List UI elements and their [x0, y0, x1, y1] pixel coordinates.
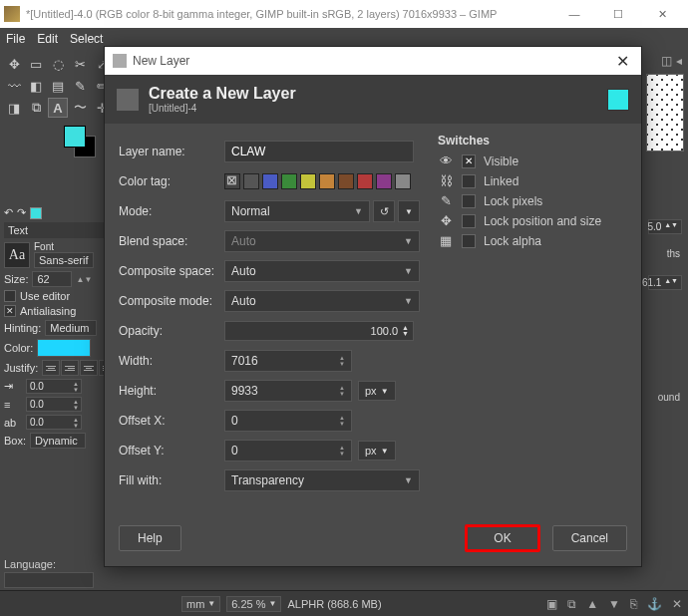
- redo-icon[interactable]: ↷: [17, 206, 26, 219]
- crop-tool[interactable]: ✂: [70, 54, 90, 74]
- right-value-1[interactable]: 5.0 ▲▼: [648, 219, 682, 234]
- mode-menu-button[interactable]: ▼: [398, 200, 420, 222]
- free-select-tool[interactable]: ◌: [48, 54, 68, 74]
- width-label: Width:: [119, 354, 224, 368]
- warp-tool[interactable]: 〰: [4, 76, 24, 96]
- eraser-tool[interactable]: ◨: [4, 98, 24, 118]
- text-tool[interactable]: A: [48, 98, 68, 118]
- color-tag-6[interactable]: [357, 173, 373, 189]
- menu-file[interactable]: File: [6, 32, 25, 46]
- dialog-close-button[interactable]: ✕: [612, 52, 633, 71]
- color-tag-label: Color tag:: [119, 174, 224, 188]
- alpha-icon: ▦: [438, 233, 454, 248]
- color-tag-8[interactable]: [395, 173, 411, 189]
- duplicate-layer-icon[interactable]: ⎘: [630, 597, 637, 611]
- cancel-button[interactable]: Cancel: [552, 525, 627, 551]
- comp-space-select[interactable]: Auto▼: [224, 260, 420, 282]
- fill-label: Fill with:: [119, 473, 224, 487]
- new-layer-icon[interactable]: ▣: [546, 597, 557, 611]
- foreground-color[interactable]: [64, 126, 86, 148]
- off-unit-select[interactable]: px▼: [358, 441, 396, 461]
- move-tool[interactable]: ✥: [4, 54, 24, 74]
- lockpos-check[interactable]: [462, 214, 476, 228]
- color-tag-7[interactable]: [376, 173, 392, 189]
- height-input[interactable]: 9933▲▼: [224, 380, 352, 402]
- hinting-label: Hinting:: [4, 322, 41, 334]
- clone-tool[interactable]: ⧉: [26, 98, 46, 118]
- menu-edit[interactable]: Edit: [37, 32, 58, 46]
- antialiasing-label: Antialiasing: [20, 305, 76, 317]
- indent-1[interactable]: 0.0▲▼: [26, 379, 82, 394]
- color-tag-2[interactable]: [281, 173, 297, 189]
- ound-fragment: ound: [644, 392, 686, 403]
- color-tag-4[interactable]: [319, 173, 335, 189]
- justify-center[interactable]: [80, 360, 98, 376]
- opacity-slider[interactable]: 100.0▲▼: [224, 321, 414, 341]
- lockalpha-check[interactable]: [462, 234, 476, 248]
- offy-label: Offset Y:: [119, 444, 224, 458]
- maximize-button[interactable]: ☐: [596, 0, 640, 28]
- undo-icon[interactable]: ↶: [4, 206, 13, 219]
- unit-select[interactable]: mm▼: [181, 596, 220, 612]
- fill-select[interactable]: Transparency▼: [224, 469, 420, 491]
- menu-select[interactable]: Select: [70, 32, 103, 46]
- color-tag-1[interactable]: [262, 173, 278, 189]
- lower-layer-icon[interactable]: ▼: [608, 597, 620, 611]
- zoom-select[interactable]: 6.25 %▼: [226, 596, 281, 612]
- offx-input[interactable]: 0▲▼: [224, 410, 352, 432]
- path-tool[interactable]: 〜: [70, 98, 90, 118]
- lockpx-check[interactable]: [462, 194, 476, 208]
- font-select[interactable]: Sans-serif: [34, 252, 94, 268]
- color-tag-none[interactable]: [224, 173, 240, 189]
- minimize-button[interactable]: —: [552, 0, 596, 28]
- offy-input[interactable]: 0▲▼: [224, 440, 352, 462]
- indent-3[interactable]: 0.0▲▼: [26, 415, 82, 430]
- color-tag-0[interactable]: [243, 173, 259, 189]
- opacity-label: Opacity:: [119, 324, 224, 338]
- mode-select[interactable]: Normal▼: [224, 200, 370, 222]
- channels-tab-icon[interactable]: ◫: [661, 54, 672, 68]
- raise-layer-icon[interactable]: ▲: [586, 597, 598, 611]
- right-panel: ◫ ◂ 5.0 ▲▼ ths 61.1 ▲▼ ound: [644, 54, 686, 403]
- mode-reset-button[interactable]: ↺: [373, 200, 395, 222]
- linked-check[interactable]: [462, 174, 476, 188]
- justify-left[interactable]: [42, 360, 60, 376]
- font-sample[interactable]: Aa: [4, 242, 30, 268]
- visible-label: Visible: [484, 154, 518, 168]
- size-input[interactable]: [32, 271, 72, 287]
- tool-options: ↶ ↷ Text Aa Font Sans-serif Size: ▲▼ Use…: [0, 199, 110, 456]
- justify-right[interactable]: [61, 360, 79, 376]
- anchor-layer-icon[interactable]: ⚓: [647, 597, 662, 611]
- tab-menu-icon[interactable]: ◂: [676, 54, 682, 68]
- ok-button[interactable]: OK: [465, 524, 539, 552]
- visible-check[interactable]: ✕: [462, 154, 476, 168]
- color-tag-5[interactable]: [338, 173, 354, 189]
- use-editor-check[interactable]: [4, 290, 16, 302]
- help-button[interactable]: Help: [119, 525, 181, 551]
- comp-space-label: Composite space:: [119, 264, 224, 278]
- close-button[interactable]: ✕: [640, 0, 684, 28]
- rect-select-tool[interactable]: ▭: [26, 54, 46, 74]
- wh-unit-select[interactable]: px▼: [358, 381, 396, 401]
- text-color-button[interactable]: [37, 339, 91, 357]
- blend-select[interactable]: Auto▼: [224, 230, 420, 252]
- indent-2[interactable]: 0.0▲▼: [26, 397, 82, 412]
- comp-mode-select[interactable]: Auto▼: [224, 290, 420, 312]
- layer-name-input[interactable]: [224, 141, 414, 162]
- gradient-tool[interactable]: ▤: [48, 76, 68, 96]
- color-tag-3[interactable]: [300, 173, 316, 189]
- antialiasing-check[interactable]: ✕: [4, 305, 16, 317]
- bucket-tool[interactable]: ◧: [26, 76, 46, 96]
- mini-color-swatch[interactable]: [30, 207, 42, 219]
- language-select[interactable]: [4, 572, 94, 588]
- color-swatches[interactable]: [64, 126, 100, 161]
- delete-layer-icon[interactable]: ✕: [672, 597, 682, 611]
- width-input[interactable]: 7016▲▼: [224, 350, 352, 372]
- right-value-2[interactable]: 61.1 ▲▼: [648, 275, 682, 290]
- layer-group-icon[interactable]: ⧉: [567, 597, 576, 611]
- hinting-select[interactable]: Medium: [45, 320, 97, 336]
- box-select[interactable]: Dynamic: [30, 433, 86, 449]
- brush-thumbnail[interactable]: [646, 74, 684, 152]
- brush-tool[interactable]: ✎: [70, 76, 90, 96]
- lockalpha-label: Lock alpha: [484, 234, 541, 248]
